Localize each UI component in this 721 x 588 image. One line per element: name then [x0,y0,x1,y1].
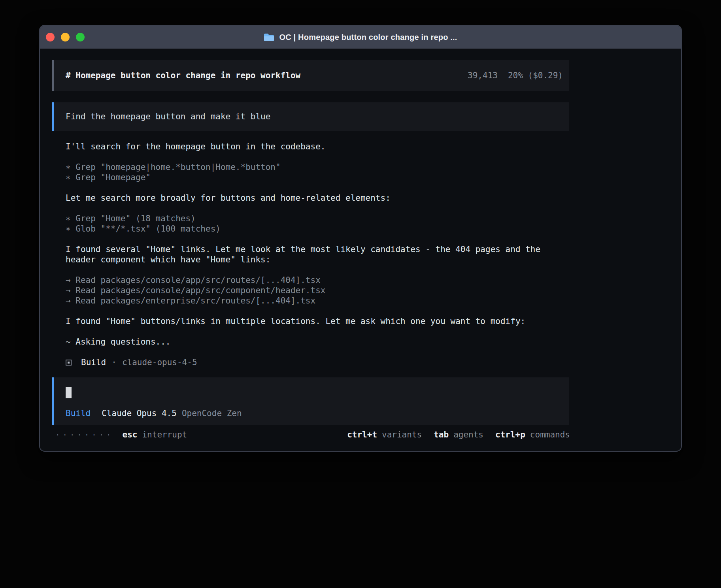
input-model-label[interactable]: Claude Opus 4.5 [102,408,177,418]
input-mode-label[interactable]: Build [66,408,91,418]
tool-call-grep: ∗ Grep "Homepage" [66,172,557,183]
ctrl-p-key-hint: ctrl+p [495,430,525,440]
assistant-text: Let me search more broadly for buttons a… [66,193,557,203]
folder-icon [264,33,274,41]
assistant-text: I found several "Home" links. Let me loo… [66,244,557,265]
input-meta-row: Build Claude Opus 4.5 OpenCode Zen [66,408,557,418]
variants-hint-label: variants [382,430,422,440]
interrupt-hint-label: interrupt [142,430,187,440]
status-bar: ········ esc interrupt ctrl+t variants t… [52,430,570,440]
titlebar-title-area: OC | Homepage button color change in rep… [40,26,681,49]
input-provider-label: OpenCode Zen [182,408,242,418]
agent-status-separator: · [111,357,117,368]
agent-mode-icon [66,360,72,366]
session-stats: 39,413 20% ($0.29) [468,71,563,80]
token-count: 39,413 [468,71,498,80]
agents-hint-label: agents [453,430,483,440]
terminal-window: OC | Homepage button color change in rep… [39,25,682,452]
tool-call-glob: ∗ Glob "**/*.tsx" (100 matches) [66,224,557,234]
session-title: # Homepage button color change in repo w… [66,71,300,80]
user-message: Find the homepage button and make it blu… [52,102,569,131]
tool-call-grep: ∗ Grep "Home" (18 matches) [66,213,557,224]
terminal-content: # Homepage button color change in repo w… [40,49,681,440]
agent-model-label: claude-opus-4-5 [122,357,197,368]
agent-status-line: Build · claude-opus-4-5 [66,357,557,368]
session-header: # Homepage button color change in repo w… [52,60,569,91]
agents-hint: tab agents [434,430,483,440]
prompt-input[interactable]: Build Claude Opus 4.5 OpenCode Zen [52,377,569,425]
ctrl-t-key-hint: ctrl+t [347,430,377,440]
esc-key-hint: esc [123,430,138,440]
tool-call-read: → Read packages/console/app/src/routes/[… [66,275,557,285]
conversation: I'll search for the homepage button in t… [52,141,557,368]
window-title: OC | Homepage button color change in rep… [279,33,457,42]
text-cursor [66,387,72,398]
agent-mode-label: Build [81,357,106,368]
status-bar-left: ········ esc interrupt [52,430,187,440]
variants-hint: ctrl+t variants [347,430,422,440]
status-bar-right: ctrl+t variants tab agents ctrl+p comman… [335,430,570,440]
window-titlebar[interactable]: OC | Homepage button color change in rep… [40,26,681,49]
tab-key-hint: tab [434,430,449,440]
commands-hint: ctrl+p commands [495,430,570,440]
commands-hint-label: commands [530,430,570,440]
assistant-text: I found "Home" buttons/links in multiple… [66,316,557,326]
assistant-text: I'll search for the homepage button in t… [66,141,557,152]
user-message-text: Find the homepage button and make it blu… [66,112,270,121]
assistant-status-text: ~ Asking questions... [66,337,557,347]
tool-call-read: → Read packages/console/app/src/componen… [66,285,557,296]
tool-call-read: → Read packages/enterprise/src/routes/[.… [66,296,557,306]
progress-dots: ········ [52,430,114,440]
tool-call-grep: ∗ Grep "homepage|home.*button|Home.*butt… [66,162,557,172]
context-usage: 20% ($0.29) [508,71,563,80]
